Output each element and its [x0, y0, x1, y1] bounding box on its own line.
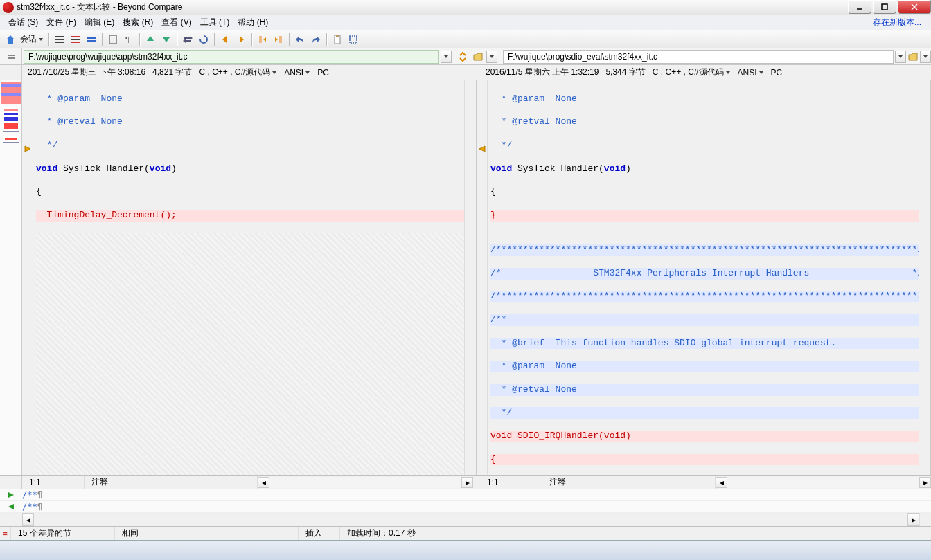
copy-section-left-button[interactable]	[255, 32, 270, 47]
sync-scroll-button[interactable]	[456, 50, 470, 64]
left-gutter	[22, 80, 33, 475]
left-encoding-dropdown[interactable]: ANSI	[284, 68, 310, 78]
left-file-path-input[interactable]	[24, 50, 439, 64]
path-bar	[0, 48, 931, 65]
format-button[interactable]: ¶	[121, 32, 136, 47]
maximize-button[interactable]	[873, 0, 896, 14]
left-horizontal-scrollbar[interactable]: ◂▸	[258, 477, 473, 488]
code-line-add: /***************************************…	[490, 291, 919, 302]
left-pane: * @param None * @retval None */ void Sys…	[22, 80, 477, 475]
swap-button[interactable]	[180, 32, 195, 47]
left-file-date: 2017/10/25 星期三 下午 3:08:16	[28, 66, 145, 78]
show-same-button[interactable]	[84, 32, 99, 47]
copy-left-button[interactable]	[218, 32, 233, 47]
rules-button[interactable]	[105, 32, 121, 47]
svg-rect-8	[71, 39, 80, 40]
open-right-dropdown[interactable]	[920, 51, 931, 63]
show-diffs-button[interactable]	[68, 32, 83, 47]
svg-rect-10	[87, 37, 96, 39]
titlebar: stm32f4xx_it.c - 文本比较 - Beyond Compare	[0, 0, 931, 15]
code-line: */	[36, 140, 464, 152]
prev-diff-button[interactable]	[143, 32, 158, 47]
close-button[interactable]	[898, 0, 931, 14]
left-path-history-button[interactable]	[441, 51, 452, 63]
svg-rect-4	[55, 36, 64, 37]
undo-button[interactable]	[292, 32, 308, 47]
right-code-area[interactable]: * @param None * @retval None */ void Sys…	[488, 80, 919, 475]
new-version-link[interactable]: 存在新版本...	[873, 17, 927, 28]
thumbnail-mini	[3, 136, 19, 143]
left-lang-dropdown[interactable]: C , C++ , C#源代码	[199, 66, 277, 78]
work-area: * @param None * @retval None */ void Sys…	[0, 80, 931, 475]
svg-rect-5	[55, 39, 64, 40]
home-button[interactable]	[3, 32, 18, 47]
open-left-button[interactable]	[471, 50, 485, 64]
right-gutter	[477, 80, 488, 475]
code-line: {	[36, 186, 464, 198]
merge-horizontal-scrollbar[interactable]: ◂▸	[0, 513, 931, 526]
copy-right-button[interactable]	[233, 32, 249, 47]
compare-status-label: 相同	[115, 527, 299, 540]
menu-tools[interactable]: 工具 (T)	[196, 15, 234, 30]
right-encoding-dropdown[interactable]: ANSI	[738, 68, 764, 78]
thumbnail-viewport[interactable]	[3, 107, 19, 132]
current-diff-marker-right	[477, 144, 487, 154]
svg-rect-7	[71, 36, 80, 37]
right-cursor-pos: 1:1	[480, 476, 542, 489]
code-line-diff: {	[490, 454, 919, 466]
menu-search[interactable]: 搜索 (R)	[118, 15, 157, 30]
svg-rect-9	[71, 42, 80, 43]
svg-rect-21	[3, 532, 8, 532]
reload-button[interactable]	[196, 32, 211, 47]
svg-rect-22	[3, 534, 8, 534]
merge-line[interactable]: /**¶	[0, 489, 931, 501]
diff-count-label: 15 个差异的节	[11, 527, 115, 540]
toolbar: 会话 ¶	[0, 30, 931, 48]
svg-rect-14	[259, 36, 262, 43]
menu-file[interactable]: 文件 (F)	[42, 15, 80, 30]
right-file-size: 5,344 字节	[605, 66, 645, 78]
right-file-path-input[interactable]	[503, 50, 894, 64]
left-vertical-scrollbar[interactable]	[464, 80, 476, 475]
right-horizontal-scrollbar[interactable]: ◂▸	[716, 477, 931, 488]
open-left-dropdown[interactable]	[486, 51, 497, 63]
menu-session[interactable]: 会话 (S)	[4, 15, 42, 30]
code-line-diff: }	[490, 210, 919, 222]
code-line: * @param None	[36, 93, 464, 105]
merge-line[interactable]: /**¶	[0, 501, 931, 513]
menu-view[interactable]: 查看 (V)	[157, 15, 195, 30]
code-line-add: * @param None	[490, 361, 919, 372]
select-all-button[interactable]	[346, 32, 361, 47]
right-path-history-button[interactable]	[895, 51, 906, 63]
right-vertical-scrollbar[interactable]	[919, 80, 930, 475]
code-line-add: /**	[490, 314, 919, 326]
session-dropdown[interactable]: 会话	[19, 33, 46, 45]
code-line-diff: void SDIO_IRQHandler(void)	[490, 431, 919, 442]
left-code-area[interactable]: * @param None * @retval None */ void Sys…	[33, 80, 464, 475]
pilcrow-icon: ¶	[37, 490, 42, 500]
copy-section-right-button[interactable]	[271, 32, 286, 47]
thumbnail-column[interactable]	[0, 80, 22, 475]
svg-rect-18	[350, 36, 357, 43]
svg-rect-20	[8, 57, 15, 59]
menu-edit[interactable]: 编辑 (E)	[80, 15, 118, 30]
diff-indicator-icon	[0, 527, 11, 540]
left-file-size: 4,821 字节	[152, 66, 192, 78]
clipboard-button[interactable]	[330, 32, 345, 47]
code-line-add: * @brief This function handles SDIO glob…	[490, 338, 919, 350]
open-right-button[interactable]	[906, 50, 920, 64]
show-all-button[interactable]	[52, 32, 67, 47]
window-title: stm32f4xx_it.c - 文本比较 - Beyond Compare	[17, 1, 182, 13]
merge-line-text: /**	[22, 490, 37, 500]
right-lang-dropdown[interactable]: C , C++ , C#源代码	[653, 66, 731, 78]
os-taskbar	[0, 540, 931, 560]
menu-help[interactable]: 帮助 (H)	[233, 15, 272, 30]
right-token-type: 注释	[542, 476, 716, 489]
code-line: */	[490, 140, 919, 152]
minimize-button[interactable]	[848, 0, 871, 14]
right-file-date: 2016/11/5 星期六 上午 1:32:19	[486, 66, 598, 78]
code-line: * @retval None	[36, 116, 464, 128]
svg-rect-12	[109, 35, 116, 44]
next-diff-button[interactable]	[159, 32, 174, 47]
redo-button[interactable]	[308, 32, 323, 47]
